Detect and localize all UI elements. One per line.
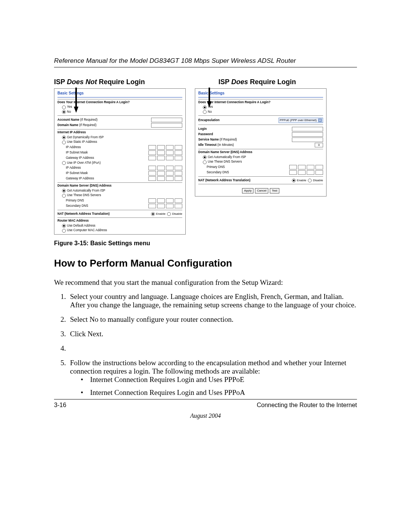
radio-get-dyn[interactable] [62, 136, 66, 139]
list-item: Select your country and language. Langua… [68, 292, 357, 309]
figure-caption: Figure 3-15: Basic Settings menu [54, 240, 357, 247]
dns-primary-input[interactable] [148, 198, 182, 203]
ipoa-gw-input[interactable] [148, 176, 182, 181]
chevron-down-icon: ▾ [318, 118, 322, 122]
svg-marker-1 [207, 88, 212, 107]
gateway-input[interactable] [148, 156, 182, 160]
step-list: Select your country and language. Langua… [54, 292, 357, 397]
header-rule [54, 67, 357, 67]
chapter-title: Connecting the Router to the Internet [257, 402, 357, 409]
list-item: Click Next. [68, 330, 357, 338]
radio-dns-these[interactable] [203, 160, 207, 164]
list-item: Select No to manually configure your rou… [68, 315, 357, 324]
list-item: Follow the instructions below according … [68, 359, 357, 397]
domain-name-input[interactable] [151, 123, 182, 128]
list-item: Internet Connection Requires Login and U… [81, 388, 357, 397]
ip-mask-input[interactable] [148, 150, 182, 155]
svg-marker-0 [74, 88, 78, 113]
login-question: Does Your Internet Connection Require A … [57, 101, 130, 104]
dns-primary-input[interactable] [289, 165, 323, 169]
nat-enable[interactable] [292, 179, 296, 182]
nat-disable[interactable] [308, 179, 312, 182]
test-button[interactable]: Test [270, 188, 279, 193]
login-input[interactable] [292, 127, 323, 131]
radio-ipoa[interactable] [62, 161, 66, 165]
service-name-input[interactable] [292, 137, 323, 142]
dns-secondary-input[interactable] [148, 204, 182, 208]
radio-static-ip[interactable] [62, 141, 66, 144]
apply-button[interactable]: Apply [242, 188, 253, 193]
running-header: Reference Manual for the Model DG834GT 1… [54, 57, 357, 65]
caption-right: ISP Does Require Login [218, 78, 357, 86]
ip-address-input[interactable] [148, 145, 182, 150]
ipoa-addr-input[interactable] [148, 166, 182, 170]
footer-date: August 2004 [54, 412, 357, 419]
ipoa-mask-input[interactable] [148, 171, 182, 176]
password-input[interactable] [292, 132, 323, 137]
radio-mac-computer[interactable] [62, 229, 66, 233]
radio-mac-default[interactable] [62, 224, 66, 228]
account-name-input[interactable] [151, 118, 182, 122]
section-intro: We recommend that you start the manual c… [54, 278, 357, 287]
encapsulation-select[interactable]: PPPoE (PPP over Ethernet)▾ [279, 118, 323, 123]
cancel-button[interactable]: Cancel [255, 188, 268, 193]
dns-secondary-input[interactable] [289, 170, 323, 175]
radio-dns-auto[interactable] [203, 155, 207, 159]
idle-timeout-input[interactable]: 0 [315, 143, 323, 147]
arrow-right [204, 88, 215, 107]
radio-dns-these[interactable] [62, 194, 66, 198]
radio-no[interactable] [203, 110, 207, 114]
page-footer: 3-16 Connecting the Router to the Intern… [54, 399, 357, 419]
radio-dns-auto[interactable] [62, 189, 66, 193]
panel-title: Basic Settings [198, 91, 323, 96]
list-item [68, 344, 357, 353]
section-heading: How to Perform Manual Configuration [54, 257, 357, 269]
radio-yes[interactable] [62, 105, 66, 109]
page-number: 3-16 [54, 402, 66, 409]
figure-panels: Basic Settings Does Your Internet Connec… [54, 88, 357, 235]
list-item: Internet Connection Requires Login and U… [81, 375, 357, 384]
radio-no[interactable] [62, 110, 66, 114]
nat-enable[interactable] [151, 212, 155, 216]
arrow-left [71, 88, 81, 113]
nat-disable[interactable] [167, 212, 171, 216]
caption-left: ISP Does Not Require Login [54, 78, 193, 86]
